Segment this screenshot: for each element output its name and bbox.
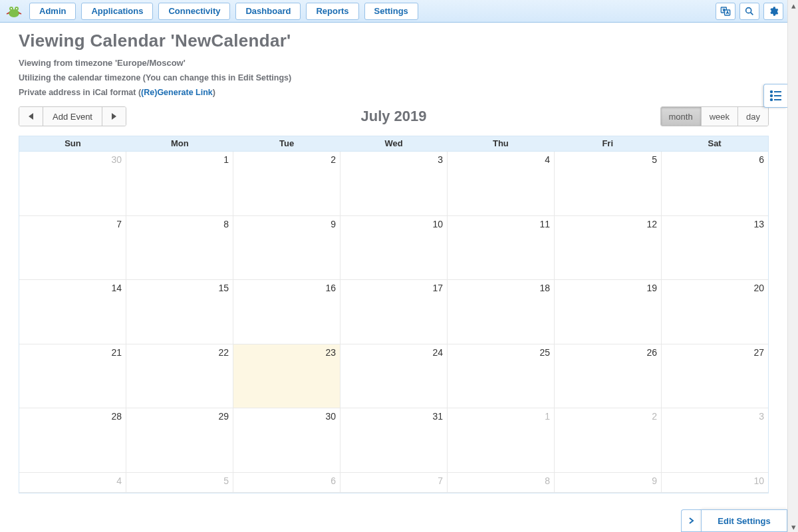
top-nav: Admin Applications Connectivity Dashboar…: [0, 0, 787, 23]
view-day[interactable]: day: [738, 107, 768, 126]
calendar-day-cell[interactable]: 13: [662, 216, 768, 281]
timezone-note: Utilizing the calendar timezone (You can…: [19, 73, 769, 82]
svg-point-9: [770, 95, 771, 96]
weekday-header: Thu: [447, 136, 554, 151]
svg-point-10: [770, 99, 771, 100]
scroll-down-arrow-icon[interactable]: ▾: [788, 521, 798, 532]
calendar-day-cell[interactable]: 11: [448, 216, 555, 281]
calendar-day-cell[interactable]: 30: [233, 408, 340, 473]
calendar-day-cell[interactable]: 16: [233, 280, 340, 344]
app-logo-icon[interactable]: [4, 4, 24, 19]
nav-reports[interactable]: Reports: [306, 3, 358, 20]
nav-settings[interactable]: Settings: [364, 3, 418, 20]
calendar-day-cell[interactable]: 4: [19, 473, 126, 493]
calendar-day-cell[interactable]: 3: [662, 408, 768, 473]
nav-applications[interactable]: Applications: [81, 3, 153, 20]
view-selector: month week day: [660, 106, 769, 126]
scroll-up-arrow-icon[interactable]: ▴: [788, 0, 798, 11]
calendar-day-cell[interactable]: 12: [555, 216, 662, 281]
weekday-header: Mon: [126, 136, 233, 151]
ical-prefix: Private address in iCal format (: [19, 88, 141, 97]
calendar-grid: SunMonTueWedThuFriSat 301234567891011121…: [19, 136, 769, 493]
calendar-week-row: 21222324252627: [19, 344, 768, 409]
calendar-day-cell[interactable]: 1: [448, 408, 555, 473]
calendar-day-cell[interactable]: 31: [340, 408, 448, 473]
weekday-header: Sun: [19, 136, 126, 151]
calendar-day-cell[interactable]: 20: [662, 280, 768, 344]
calendar-day-cell[interactable]: 8: [448, 473, 555, 493]
vertical-scrollbar[interactable]: ▴ ▾: [787, 0, 798, 532]
weekday-header: Wed: [340, 136, 448, 151]
calendar-day-cell[interactable]: 23: [233, 344, 340, 409]
calendar-day-cell[interactable]: 21: [19, 344, 126, 409]
calendar-day-cell[interactable]: 1: [126, 152, 233, 216]
calendar-day-cell[interactable]: 3: [340, 152, 448, 216]
weekday-header: Tue: [233, 136, 340, 151]
calendar-weekday-header: SunMonTueWedThuFriSat: [19, 136, 768, 152]
calendar-day-cell[interactable]: 6: [233, 473, 340, 493]
nav-admin[interactable]: Admin: [29, 3, 76, 20]
calendar-week-row: 78910111213: [19, 216, 768, 281]
ical-line: Private address in iCal format ((Re)Gene…: [19, 88, 769, 97]
calendar-week-row: 28293031123: [19, 408, 768, 473]
ical-suffix: ): [213, 88, 215, 97]
calendar-day-cell[interactable]: 7: [340, 473, 448, 493]
calendar-title: July 2019: [19, 106, 769, 126]
calendar-day-cell[interactable]: 2: [555, 408, 662, 473]
calendar-day-cell[interactable]: 6: [662, 152, 768, 216]
calendar-day-cell[interactable]: 8: [126, 216, 233, 281]
page-title: Viewing Calendar 'NewCalendar': [19, 31, 769, 51]
calendar-day-cell[interactable]: 17: [340, 280, 448, 344]
calendar-day-cell[interactable]: 28: [19, 408, 126, 473]
calendar-day-cell[interactable]: 14: [19, 280, 126, 344]
calendar-day-cell[interactable]: 7: [19, 216, 126, 281]
calendar-day-cell[interactable]: 25: [448, 344, 555, 409]
calendar-day-cell[interactable]: 19: [555, 280, 662, 344]
calendar-day-cell[interactable]: 4: [448, 152, 555, 216]
calendar-day-cell[interactable]: 29: [126, 408, 233, 473]
language-icon[interactable]: [716, 3, 735, 20]
calendar-day-cell[interactable]: 22: [126, 344, 233, 409]
weekday-header: Sat: [661, 136, 768, 151]
calendar-day-cell[interactable]: 30: [19, 152, 126, 216]
calendar-day-cell[interactable]: 9: [233, 216, 340, 281]
view-month[interactable]: month: [661, 107, 702, 126]
calendar-week-row: 45678910: [19, 473, 768, 493]
calendar-day-cell[interactable]: 24: [340, 344, 448, 409]
weekday-header: Fri: [554, 136, 661, 151]
calendar-day-cell[interactable]: 9: [555, 473, 662, 493]
calendar-day-cell[interactable]: 10: [340, 216, 448, 281]
svg-point-7: [746, 7, 751, 13]
calendar-day-cell[interactable]: 15: [126, 280, 233, 344]
nav-connectivity[interactable]: Connectivity: [158, 3, 230, 20]
calendar-day-cell[interactable]: 5: [126, 473, 233, 493]
calendar-day-cell[interactable]: 26: [555, 344, 662, 409]
svg-point-0: [9, 9, 19, 17]
calendar-day-cell[interactable]: 5: [555, 152, 662, 216]
svg-point-4: [16, 8, 17, 9]
edit-settings-button[interactable]: Edit Settings: [701, 509, 787, 532]
svg-point-8: [770, 91, 771, 92]
calendar-day-cell[interactable]: 27: [662, 344, 768, 409]
svg-point-3: [11, 8, 12, 9]
edit-settings-panel: Edit Settings: [681, 509, 787, 532]
search-icon[interactable]: [739, 3, 759, 20]
edit-settings-collapse[interactable]: [681, 509, 701, 532]
nav-dashboard[interactable]: Dashboard: [235, 3, 301, 20]
view-week[interactable]: week: [702, 107, 738, 126]
calendar-day-cell[interactable]: 2: [233, 152, 340, 216]
calendar-day-cell[interactable]: 18: [448, 280, 555, 344]
calendar-day-cell[interactable]: 10: [662, 473, 768, 493]
timezone-line: Viewing from timezone 'Europe/Moscow': [19, 58, 769, 68]
gear-icon[interactable]: [763, 3, 783, 20]
calendar-week-row: 30123456: [19, 152, 768, 216]
ical-regenerate-link[interactable]: (Re)Generate Link: [141, 88, 213, 97]
calendar-week-row: 14151617181920: [19, 280, 768, 344]
agenda-list-toggle[interactable]: [763, 84, 787, 108]
